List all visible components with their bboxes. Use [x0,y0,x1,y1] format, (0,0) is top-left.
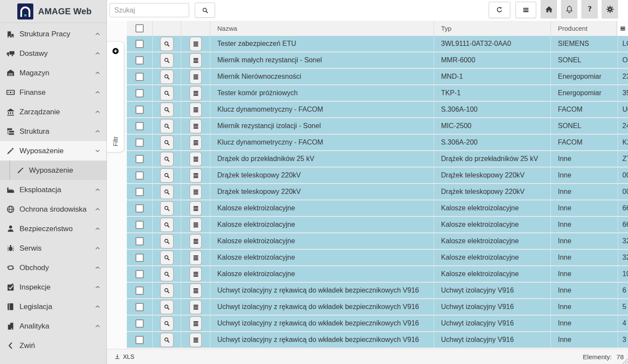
row-details-button[interactable] [160,168,174,183]
sidebar-item-struktura[interactable]: Struktura [0,122,106,141]
notifications-button[interactable] [561,0,577,19]
table-row[interactable]: Kalosze elektroizolacyjneKalosze elektro… [127,233,628,250]
table-row[interactable]: Kalosze elektroizolacyjneKalosze elektro… [127,200,628,217]
sidebar-item-analityka[interactable]: Analityka [0,316,106,336]
sidebar-item-ochrona-srodowiska[interactable]: Ochrona środowiska [0,200,106,219]
row-menu-button[interactable] [190,283,202,298]
row-menu-button[interactable] [190,135,202,150]
row-details-button[interactable] [160,70,174,84]
row-menu-button[interactable] [190,234,202,248]
row-checkbox[interactable] [135,237,144,245]
row-checkbox[interactable] [135,73,144,81]
table-row[interactable]: Uchwyt izolacyjny z rękawicą do wkładek … [127,332,628,348]
sidebar-item-legislacja[interactable]: Legislacja [0,297,106,316]
home-button[interactable] [541,0,557,19]
sidebar-item-obchody[interactable]: Obchody [0,258,106,277]
sidebar-item-eksploatacja[interactable]: Eksploatacja [0,180,106,200]
table-row[interactable]: Kalosze elektroizolacyjneKalosze elektro… [127,250,628,266]
row-menu-button[interactable] [190,152,202,166]
row-checkbox[interactable] [135,139,144,147]
sidebar-item-magazyn[interactable]: Magazyn [0,63,106,83]
main-menu-button[interactable] [515,2,536,18]
table-row[interactable]: Klucz dynamometryczny - FACOMS.306A-200F… [127,135,628,151]
table-row[interactable]: Tester zabezpieczeń ETU3WL9111-0AT32-0AA… [127,36,628,52]
row-details-button[interactable] [160,86,174,100]
row-details-button[interactable] [160,119,174,133]
row-menu-button[interactable] [190,53,202,68]
sidebar-item-bezpieczenstwo[interactable]: Bezpieczeństwo [0,219,106,238]
sidebar-item-inspekcje[interactable]: Inspekcje [0,277,106,297]
table-row[interactable]: Tester komór próżniowychTKP-1Energopomia… [127,85,628,102]
row-checkbox[interactable] [135,254,144,262]
table-row[interactable]: Uchwyt izolacyjny z rękawicą do wkładek … [127,283,628,299]
row-menu-button[interactable] [190,86,202,100]
row-checkbox[interactable] [135,106,144,114]
sidebar-item-zarzadzanie[interactable]: Zarządzanie [0,102,106,122]
row-checkbox[interactable] [135,56,144,64]
row-details-button[interactable] [160,283,174,298]
sidebar-item-zwin[interactable]: Zwiń [0,336,106,355]
row-menu-button[interactable] [190,119,202,133]
row-checkbox[interactable] [135,204,144,213]
row-checkbox[interactable] [135,270,144,278]
row-checkbox[interactable] [135,319,144,328]
filter-tab[interactable]: Filtr [107,41,124,152]
row-details-button[interactable] [160,201,174,216]
column-header-producent[interactable]: Producent [551,21,618,36]
row-checkbox[interactable] [135,303,144,311]
row-menu-button[interactable] [190,37,202,51]
row-checkbox[interactable] [135,188,144,196]
search-button[interactable] [195,3,215,18]
export-xls-button[interactable]: XLS [114,353,134,360]
row-details-button[interactable] [160,152,174,166]
row-details-button[interactable] [160,218,174,232]
column-header-typ[interactable]: Typ [434,21,551,36]
row-details-button[interactable] [160,300,174,314]
sidebar-item-dostawy[interactable]: Dostawy [0,44,106,63]
row-menu-button[interactable] [190,70,202,84]
table-row[interactable]: Miernik małych rezystancji - SonelMMR-60… [127,52,628,69]
table-row[interactable]: Miernik rezystancji izolacji - SonelMIC-… [127,118,628,135]
table-row[interactable]: Drążek teleskopowy 220kVDrążek teleskopo… [127,184,628,200]
column-header-nazwa[interactable]: Nazwa [210,21,434,36]
row-details-button[interactable] [160,53,174,68]
row-details-button[interactable] [160,234,174,248]
row-menu-button[interactable] [190,218,202,232]
refresh-button[interactable] [489,2,510,18]
row-checkbox[interactable] [135,122,144,130]
row-menu-button[interactable] [190,168,202,183]
table-row[interactable]: Miernik NierównoczesnościMND-1Energopomi… [127,69,628,85]
row-checkbox[interactable] [135,287,144,295]
table-row[interactable]: Klucz dynamometryczny - FACOMS.306A-100F… [127,102,628,118]
row-menu-button[interactable] [190,316,202,331]
row-details-button[interactable] [160,316,174,331]
table-row[interactable]: Uchwyt izolacyjny z rękawicą do wkładek … [127,299,628,316]
table-row[interactable]: Drążek teleskopowy 220kVDrążek teleskopo… [127,168,628,184]
row-details-button[interactable] [160,103,174,117]
row-details-button[interactable] [160,135,174,150]
row-checkbox[interactable] [135,336,144,344]
row-checkbox[interactable] [135,221,144,229]
row-menu-button[interactable] [190,201,202,216]
column-settings-button[interactable] [617,21,628,36]
row-menu-button[interactable] [190,333,202,347]
row-details-button[interactable] [160,251,174,265]
sidebar-subitem-wyposazenie[interactable]: Wyposażenie [0,161,106,180]
row-checkbox[interactable] [135,40,144,48]
row-menu-button[interactable] [190,185,202,199]
table-row[interactable]: Kalosze elektroizolacyjneKalosze elektro… [127,266,628,283]
row-checkbox[interactable] [135,89,144,97]
row-menu-button[interactable] [190,251,202,265]
sidebar-item-serwis[interactable]: Serwis [0,238,106,258]
row-menu-button[interactable] [190,267,202,281]
sidebar-item-struktura-pracy[interactable]: Struktura Pracy [0,24,106,44]
table-row[interactable]: Kalosze elektroizolacyjneKalosze elektro… [127,217,628,233]
row-details-button[interactable] [160,37,174,51]
row-details-button[interactable] [160,185,174,199]
sidebar-item-finanse[interactable]: Finanse [0,83,106,102]
row-menu-button[interactable] [190,300,202,314]
select-all-checkbox[interactable] [135,24,144,32]
row-checkbox[interactable] [135,155,144,163]
row-details-button[interactable] [160,267,174,281]
row-menu-button[interactable] [190,103,202,117]
